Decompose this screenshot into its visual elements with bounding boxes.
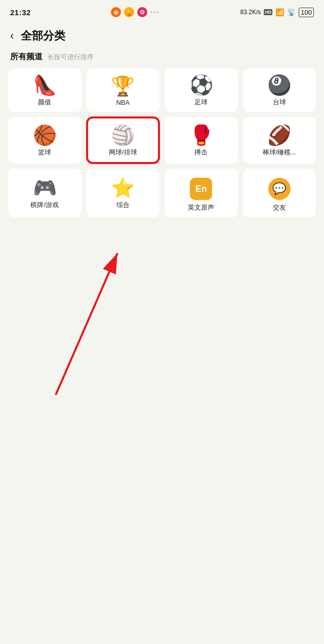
jiaoyou-icon: 💬 bbox=[268, 176, 291, 200]
zonghe-icon: ⭐ bbox=[111, 178, 135, 197]
zuqiu-icon: ⚽ bbox=[189, 75, 213, 95]
hd-badge: HD bbox=[264, 9, 272, 15]
svg-line-1 bbox=[56, 253, 117, 395]
jiaoyou-label: 交友 bbox=[273, 203, 286, 212]
boji-label: 搏击 bbox=[194, 148, 208, 157]
category-item-nba[interactable]: 🏆NBA bbox=[87, 68, 160, 112]
lanqiu-label: 篮球 bbox=[38, 148, 51, 157]
nba-label: NBA bbox=[116, 99, 130, 106]
category-item-wangqiu[interactable]: 🏐网球/排球 bbox=[87, 117, 160, 164]
boji-icon: 🥊 bbox=[189, 126, 213, 145]
category-item-boji[interactable]: 🥊搏击 bbox=[165, 117, 238, 164]
app-icon-3: ✿ bbox=[137, 7, 147, 17]
yingwen-label: 英文原声 bbox=[188, 203, 214, 212]
qipai-label: 棋牌/游戏 bbox=[30, 200, 59, 210]
category-item-zuqiu[interactable]: ⚽足球 bbox=[165, 68, 238, 112]
app-icon-1: ◉ bbox=[111, 7, 121, 17]
signal-bars-icon: 📶 bbox=[275, 8, 284, 16]
page-title: 全部分类 bbox=[21, 28, 65, 44]
app-icon-2: 🏆 bbox=[124, 7, 134, 17]
back-button[interactable]: ‹ bbox=[10, 29, 14, 43]
category-item-yingwen[interactable]: En英文原声 bbox=[165, 169, 238, 217]
category-item-zonghe[interactable]: ⭐综合 bbox=[87, 169, 160, 217]
bangqiu-label: 棒球/橄榄... bbox=[263, 148, 296, 157]
battery-icon: 100 bbox=[299, 8, 314, 17]
category-item-bangqiu[interactable]: 🏈棒球/橄榄... bbox=[243, 117, 316, 164]
bangqiu-icon: 🏈 bbox=[267, 126, 291, 145]
lanqiu-icon: 🏀 bbox=[33, 126, 57, 145]
status-bar: 21:32 ◉ 🏆 ✿ ··· 83.2K/s HD 📶 📡 100 bbox=[0, 0, 324, 22]
qipai-icon: 🎮 bbox=[33, 178, 57, 197]
category-item-lanqiu[interactable]: 🏀篮球 bbox=[8, 117, 82, 164]
category-item-jiaoyou[interactable]: 💬交友 bbox=[243, 169, 316, 217]
network-speed: 83.2K/s bbox=[240, 9, 261, 16]
status-right-area: 83.2K/s HD 📶 📡 100 bbox=[240, 8, 314, 17]
category-grid: 👠颜值🏆NBA⚽足球🎱台球🏀篮球🏐网球/排球🥊搏击🏈棒球/橄榄...🎮棋牌/游戏… bbox=[0, 68, 324, 217]
status-center-icons: ◉ 🏆 ✿ ··· bbox=[111, 7, 160, 17]
category-item-qipai[interactable]: 🎮棋牌/游戏 bbox=[8, 169, 82, 217]
wifi-icon: 📡 bbox=[287, 8, 296, 16]
wangqiu-label: 网球/排球 bbox=[109, 148, 137, 157]
section-hint: 长按可进行排序 bbox=[48, 53, 94, 62]
section-header: 所有频道 长按可进行排序 bbox=[0, 52, 324, 68]
more-dots: ··· bbox=[150, 8, 160, 17]
yingwen-icon: En bbox=[190, 176, 212, 200]
yanzhi-label: 颜值 bbox=[38, 98, 51, 107]
yanzhi-icon: 👠 bbox=[33, 75, 57, 95]
category-item-taqiu[interactable]: 🎱台球 bbox=[243, 68, 316, 112]
header: ‹ 全部分类 bbox=[0, 22, 324, 52]
nba-icon: 🏆 bbox=[111, 76, 135, 96]
section-title: 所有频道 bbox=[10, 52, 43, 62]
category-item-yanzhi[interactable]: 👠颜值 bbox=[8, 68, 82, 112]
zonghe-label: 综合 bbox=[116, 200, 130, 210]
time-display: 21:32 bbox=[10, 8, 31, 17]
wangqiu-icon: 🏐 bbox=[111, 126, 135, 145]
zuqiu-label: 足球 bbox=[194, 98, 208, 107]
taqiu-label: 台球 bbox=[273, 98, 286, 107]
taqiu-icon: 🎱 bbox=[267, 75, 291, 95]
